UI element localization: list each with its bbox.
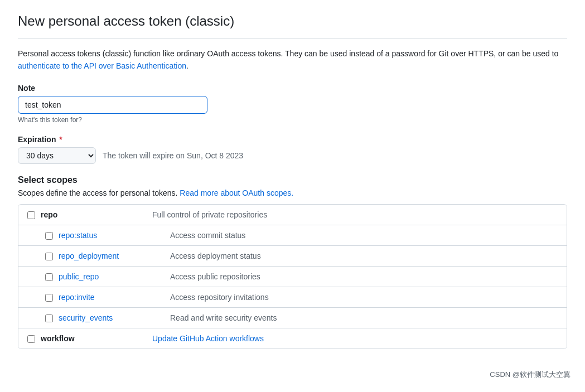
scope-checkbox-security-events[interactable]	[45, 314, 53, 322]
scope-desc-repo-invite: Access repository invitations	[170, 293, 558, 302]
expiration-group: Expiration * 7 days 30 days 60 days 90 d…	[18, 135, 567, 164]
page-title: New personal access token (classic)	[18, 13, 567, 38]
scope-row-repo: repo Full control of private repositorie…	[18, 205, 567, 225]
scope-checkbox-repo[interactable]	[27, 211, 35, 219]
scope-desc-public-repo: Access public repositories	[170, 272, 558, 281]
scope-checkbox-workflow[interactable]	[27, 335, 35, 343]
scope-row-workflow: workflow Update GitHub Action workflows	[18, 328, 567, 349]
note-group: Note What's this token for?	[18, 84, 567, 124]
scope-row-public-repo: public_repo Access public repositories	[18, 267, 567, 287]
expiration-label: Expiration *	[18, 135, 567, 144]
scope-row-security-events: security_events Read and write security …	[18, 308, 567, 328]
api-auth-link[interactable]: authenticate to the API over Basic Authe…	[18, 61, 186, 70]
scope-row-repo-status: repo:status Access commit status	[18, 225, 567, 246]
scope-checkbox-repo-deployment[interactable]	[45, 253, 53, 260]
scope-desc-repo-deployment: Access deployment status	[170, 251, 558, 260]
description-part2: .	[186, 61, 188, 70]
required-indicator: *	[59, 135, 62, 144]
expiration-note: The token will expire on Sun, Oct 8 2023	[103, 151, 243, 160]
scope-checkbox-repo-invite[interactable]	[45, 294, 53, 302]
scopes-title: Select scopes	[18, 175, 567, 185]
scope-desc-workflow: Update GitHub Action workflows	[152, 334, 558, 343]
note-hint: What's this token for?	[18, 116, 567, 124]
expiration-row: 7 days 30 days 60 days 90 days Custom No…	[18, 147, 567, 164]
scope-name-security-events: security_events	[59, 313, 170, 322]
scope-desc-repo-status: Access commit status	[170, 231, 558, 240]
scopes-description-part1: Scopes define the access for personal to…	[18, 188, 180, 197]
note-label: Note	[18, 84, 567, 93]
scope-row-repo-invite: repo:invite Access repository invitation…	[18, 287, 567, 308]
scope-name-repo-deployment: repo_deployment	[59, 251, 170, 260]
scopes-table: repo Full control of private repositorie…	[18, 204, 567, 349]
scopes-section: Select scopes Scopes define the access f…	[18, 175, 567, 349]
scope-name-workflow: workflow	[41, 334, 152, 343]
scope-name-repo-invite: repo:invite	[59, 293, 170, 302]
scope-name-public-repo: public_repo	[59, 272, 170, 281]
scope-checkbox-repo-status[interactable]	[45, 232, 53, 240]
scope-row-repo-deployment: repo_deployment Access deployment status	[18, 246, 567, 267]
scopes-description: Scopes define the access for personal to…	[18, 188, 567, 197]
scope-desc-repo: Full control of private repositories	[152, 210, 558, 219]
note-input[interactable]	[18, 96, 207, 114]
scope-desc-security-events: Read and write security events	[170, 313, 558, 322]
scope-checkbox-public-repo[interactable]	[45, 273, 53, 281]
scope-name-repo-status: repo:status	[59, 231, 170, 240]
scope-name-repo: repo	[41, 210, 152, 219]
description-text: Personal access tokens (classic) functio…	[18, 47, 567, 72]
oauth-scopes-link[interactable]: Read more about OAuth scopes.	[180, 188, 293, 197]
description-part1: Personal access tokens (classic) functio…	[18, 49, 558, 58]
expiration-select[interactable]: 7 days 30 days 60 days 90 days Custom No…	[18, 147, 96, 164]
